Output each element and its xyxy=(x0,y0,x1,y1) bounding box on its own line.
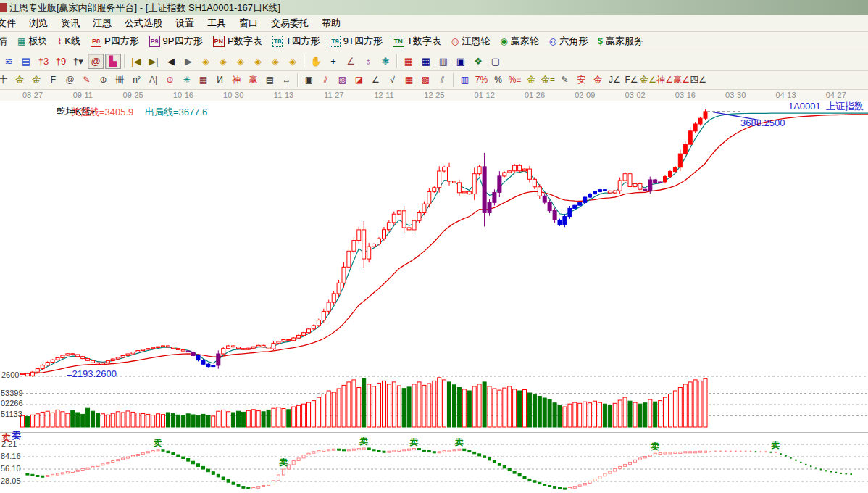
toolbar-button-label: 六角形 xyxy=(559,35,588,48)
kline-9-icon[interactable]: †9 xyxy=(53,54,69,69)
percent-7-tool-icon[interactable]: 7% xyxy=(474,73,489,88)
shen-tool-icon[interactable]: 神 xyxy=(229,73,244,88)
box-tool-icon[interactable]: ▣ xyxy=(301,73,317,88)
t-number-table-button[interactable]: TNT数字表 xyxy=(388,33,446,49)
brush-tool-icon[interactable]: ✎ xyxy=(557,73,572,88)
parallel-lines-tool-icon[interactable]: ⫽ xyxy=(435,73,450,88)
gold-angle-tool-icon[interactable]: 金∠ xyxy=(640,73,656,88)
menu-item[interactable]: 公式选股 xyxy=(118,15,169,31)
menu-item[interactable]: 工具 xyxy=(201,15,233,31)
menu-item[interactable]: 窗口 xyxy=(233,15,264,31)
kline-period-dropdown-icon[interactable]: †▾ xyxy=(70,54,86,69)
golden-ratio-tool-1-icon[interactable]: 金 xyxy=(12,73,28,88)
hand-tool-icon[interactable]: ✋ xyxy=(308,54,324,69)
kline-3-icon[interactable]: †3 xyxy=(36,54,51,69)
save-icon[interactable]: ▣ xyxy=(453,54,469,69)
ruler-123-tool-icon[interactable]: ▤ xyxy=(262,73,277,88)
go-first-icon[interactable]: |◀ xyxy=(128,54,144,69)
ying-angle-tool-icon[interactable]: 赢∠ xyxy=(674,73,689,88)
crosshair-icon[interactable]: + xyxy=(325,54,341,69)
date-ruler[interactable]: 08-2709-1109-2510-1610-3011-1311-2712-11… xyxy=(0,90,868,102)
menu-item[interactable]: 帮助 xyxy=(315,15,347,31)
angle-fan-tool-icon[interactable]: ∠ xyxy=(368,73,383,88)
fan-lines-tool-icon[interactable]: ⫽ xyxy=(318,73,333,88)
winner-wheel-button[interactable]: ◉赢家轮 xyxy=(495,33,543,49)
f-angle-tool-icon[interactable]: F∠ xyxy=(624,73,639,88)
gann-wheel-button[interactable]: ◎江恩轮 xyxy=(446,33,495,49)
kline-button[interactable]: ⌇K线 xyxy=(52,33,85,49)
p-number-table-button[interactable]: PNP数字表 xyxy=(208,33,267,49)
hexagon-button[interactable]: ◎六角形 xyxy=(544,33,593,49)
go-last-icon[interactable]: ▶| xyxy=(146,54,162,69)
diamond-hswap-icon[interactable]: ◈ xyxy=(233,54,249,69)
low-marker-label: =2193.2600 xyxy=(67,368,117,379)
winner-service-button[interactable]: $赢家服务 xyxy=(593,33,648,49)
menu-item[interactable]: 交易委托 xyxy=(264,15,315,31)
chart-area[interactable]: 卖卖卖卖卖卖卖 乾坤K线▾ 关注线=3405.9 出局线=3677.6 1A00… xyxy=(0,91,868,493)
diamond-compress-icon[interactable]: ◈ xyxy=(250,54,266,69)
network-icon[interactable]: ❖ xyxy=(470,54,486,69)
web-tool-icon[interactable]: ✳ xyxy=(179,73,194,88)
trendline-tool-icon[interactable]: ∠ xyxy=(343,54,359,69)
target-tool-icon[interactable]: ⊕ xyxy=(162,73,178,88)
wave-mark-tool-icon[interactable]: И xyxy=(212,73,228,88)
calculator-icon[interactable]: ▦ xyxy=(418,54,434,69)
color-histogram-icon[interactable]: ▙ xyxy=(105,54,121,69)
cloud-tool-icon[interactable]: ❃ xyxy=(377,54,393,69)
diamond-full-icon[interactable]: ◈ xyxy=(285,54,301,69)
diamond-expand-icon[interactable]: ◈ xyxy=(267,54,283,69)
diamond-left-icon[interactable]: ◈ xyxy=(198,54,214,69)
menu-item[interactable]: 文件 xyxy=(0,15,22,31)
notes-icon[interactable]: ▥ xyxy=(435,54,451,69)
shen-angle-tool-icon[interactable]: 神∠ xyxy=(657,73,672,88)
histogram-tool-icon[interactable]: ▥ xyxy=(457,73,472,88)
menu-item[interactable]: 江恩 xyxy=(86,15,118,31)
kline-plot[interactable]: 卖卖卖卖卖卖卖 xyxy=(0,91,868,493)
cross-cursor-tool-icon[interactable]: 十 xyxy=(0,73,11,88)
step-back-icon[interactable]: ◀ xyxy=(163,54,179,69)
market-quotes-button[interactable]: ⫶行情 xyxy=(0,33,12,49)
span-tool-icon[interactable]: ↔ xyxy=(279,73,294,88)
gold-underline-tool-icon[interactable]: 金 xyxy=(591,73,606,88)
diamond-right-icon[interactable]: ◈ xyxy=(215,54,231,69)
percent-tool-icon[interactable]: % xyxy=(491,73,506,88)
info-doc-icon[interactable]: ▤ xyxy=(18,54,34,69)
ying-tool-icon[interactable]: 赢 xyxy=(246,73,261,88)
red-grid-box-tool-icon[interactable]: ▩ xyxy=(418,73,433,88)
workstation-icon[interactable]: ▢ xyxy=(488,54,504,69)
mirror-tool-icon[interactable]: A| xyxy=(146,73,161,88)
sectors-button[interactable]: ▦板块 xyxy=(12,33,52,49)
calendar-icon[interactable]: ▦ xyxy=(401,54,417,69)
gold-circle-tool-icon[interactable]: 金 xyxy=(524,73,539,88)
check-lines-tool-icon[interactable]: √ xyxy=(385,73,400,88)
diagonal-box-tool-icon[interactable]: ◪ xyxy=(351,73,367,88)
menu-item[interactable]: 资讯 xyxy=(54,15,86,31)
red-grid-tool-icon[interactable]: ▦ xyxy=(401,73,417,88)
square-numbers-tool-icon[interactable]: n² xyxy=(129,73,144,88)
menu-item[interactable]: 设置 xyxy=(169,15,201,31)
t-square-button[interactable]: T8T四方形 xyxy=(267,33,325,49)
step-forward-icon[interactable]: ▶ xyxy=(180,54,196,69)
pattern-box-icon[interactable]: @ xyxy=(88,54,104,69)
pen-tool-icon[interactable]: ✎ xyxy=(79,73,94,88)
gold-lines-tool-icon[interactable]: 金= xyxy=(541,73,556,88)
title-bar[interactable]: 江恩专业版[赢家内部服务平台] - [上证指数 SH1A0001-167日K线] xyxy=(0,0,868,15)
fibonacci-tool-icon[interactable]: F xyxy=(46,73,61,88)
fan-box-tool-icon[interactable]: ▨ xyxy=(335,73,350,88)
anchor-tool-icon[interactable]: ♁ xyxy=(360,54,376,69)
four-angle-tool-icon[interactable]: 四∠ xyxy=(690,73,706,88)
p-square-button[interactable]: P8P四方形 xyxy=(85,33,144,49)
golden-ratio-tool-2-icon[interactable]: 金 xyxy=(29,73,44,88)
grid-comb-tool-icon[interactable]: 卌 xyxy=(112,73,128,88)
market-view-icon[interactable]: ≋ xyxy=(1,54,17,69)
j-angle-tool-icon[interactable]: J∠ xyxy=(607,73,622,88)
nine-p-square-button[interactable]: P99P四方形 xyxy=(144,33,208,49)
nine-t-square-button[interactable]: T99T四方形 xyxy=(325,33,388,49)
menu-item[interactable]: 浏览 xyxy=(22,15,54,31)
an-wave-tool-icon[interactable]: 安 xyxy=(574,73,589,88)
star-grid-tool-icon[interactable]: ▦ xyxy=(196,73,211,88)
percent-lines-tool-icon[interactable]: %≡ xyxy=(507,73,522,88)
gann-wheel-tool-icon[interactable]: ⊕ xyxy=(96,73,111,88)
spiral-tool-icon[interactable]: @ xyxy=(62,73,78,88)
date-tick-label: 09-25 xyxy=(117,91,149,99)
